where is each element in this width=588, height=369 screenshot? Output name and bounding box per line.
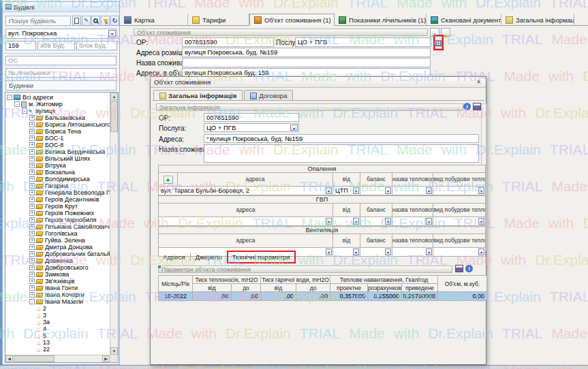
tree-street[interactable]: +Вільський Шлях [5, 155, 110, 162]
tab-consumption[interactable]: Об'єкт споживання (1) [249, 14, 335, 26]
collapse-icon[interactable]: - [29, 299, 35, 304]
tree-root[interactable]: -Всі адреси [5, 94, 110, 101]
tree-street[interactable]: +Гетьмана Самойловича [5, 223, 110, 230]
param-value-cell[interactable]: 0,25700000 [402, 292, 438, 301]
dropdown-icon[interactable]: ▾ [478, 187, 484, 194]
tree-horizontal-scrollbar[interactable]: ◀ ▶ [5, 355, 110, 362]
tree-house[interactable]: ⌂4 [5, 325, 110, 332]
data-cell[interactable]: ▾ [360, 217, 392, 226]
tree-street[interactable]: +Дмитра Донцова [5, 244, 110, 251]
expand-icon[interactable]: + [29, 115, 35, 121]
tree-house[interactable]: ⌂5 [5, 332, 110, 339]
dropdown-icon[interactable]: ▾ [353, 187, 359, 194]
tree-house[interactable]: ⌂13 [5, 339, 110, 346]
expand-icon[interactable]: + [29, 251, 35, 257]
expand-icon[interactable]: + [29, 129, 35, 134]
param-value-cell[interactable]: ,00 [261, 292, 296, 301]
dialog-consumer-textarea[interactable] [204, 144, 479, 163]
dialog-address-input[interactable]: *вулиця Покровська, буд. №159 [204, 134, 479, 143]
dropdown-icon[interactable]: ▾ [385, 187, 391, 194]
tree-street[interactable]: +Героїв Чорнобиля [5, 216, 110, 223]
tree-street[interactable]: +Бориса Тена [5, 128, 110, 135]
expand-icon[interactable]: + [29, 135, 35, 141]
expand-icon[interactable]: + [29, 210, 35, 216]
expand-icon[interactable]: + [29, 272, 35, 277]
expand-icon[interactable]: + [29, 278, 35, 284]
address-cell[interactable]: ▾ [159, 217, 333, 226]
tree-city[interactable]: -м. Житомир [5, 101, 110, 108]
street-search-input[interactable]: вул. Покровська ▾ [5, 29, 117, 39]
tree-street[interactable]: +Гоголівська [5, 230, 110, 237]
dropdown-icon[interactable]: ▾ [353, 218, 359, 225]
tab-meters[interactable]: Показники лічильників (1) [335, 14, 427, 26]
house-letter-input[interactable]: абв Буд. [37, 41, 75, 50]
tab-scans[interactable]: Скановані документи [427, 14, 501, 26]
dialog-tab-contracts[interactable]: Договора [244, 90, 293, 101]
dropdown-icon[interactable]: ▾ [426, 218, 432, 225]
edit-button[interactable]: ✎ [82, 16, 91, 26]
service-dropdown-button[interactable]: ▾ [290, 125, 298, 131]
expand-icon[interactable]: + [29, 163, 35, 168]
param-value-cell[interactable]: 10-2022 [159, 292, 193, 301]
expand-icon[interactable]: + [29, 258, 35, 263]
param-value-cell[interactable]: ,00 [296, 292, 330, 301]
data-cell[interactable]: ▾ [333, 217, 360, 226]
data-cell[interactable]: ▾ [360, 248, 392, 257]
tree-street[interactable]: +Довженка [5, 257, 110, 264]
expand-icon[interactable]: + [29, 190, 35, 195]
tree-street[interactable]: +БОС-8 [5, 142, 110, 148]
expand-icon[interactable]: + [29, 217, 35, 223]
expand-icon[interactable]: + [29, 224, 35, 229]
expand-icon[interactable]: + [29, 142, 35, 148]
clear-filter-button[interactable] [101, 16, 110, 26]
dropdown-icon[interactable]: ▾ [326, 248, 332, 255]
tree-street[interactable]: +Героїв Пожежних [5, 210, 110, 216]
tree-street[interactable]: +Івана Гонти [5, 285, 110, 291]
tree-street[interactable]: +Бориса Лятошинського [5, 121, 110, 128]
street-dropdown-button[interactable]: ▾ [108, 30, 116, 37]
data-cell[interactable]: ЦТП▾ [333, 187, 360, 195]
refresh-button[interactable]: ↻ [110, 16, 119, 26]
tree-street[interactable]: +Бальзаківська [5, 114, 110, 121]
data-cell[interactable]: ▾ [433, 248, 486, 257]
expand-icon[interactable]: + [29, 183, 35, 189]
os-input[interactable]: ОС [5, 56, 117, 65]
dropdown-icon[interactable]: ▾ [326, 218, 332, 225]
expand-icon[interactable]: + [29, 149, 35, 155]
collapse-icon[interactable]: - [14, 101, 20, 107]
tree-street[interactable]: +Героїв Десантників [5, 196, 110, 203]
param-value-cell[interactable]: 0,255000 [368, 292, 402, 301]
expand-icon[interactable]: + [29, 265, 35, 270]
dropdown-icon[interactable]: ▾ [385, 218, 391, 225]
tree-street[interactable]: +Замкова [5, 271, 110, 278]
dropdown-icon[interactable]: ▾ [478, 218, 484, 225]
add-row-button[interactable]: + [164, 176, 173, 184]
tree-house[interactable]: ⌂3а [5, 319, 110, 325]
or-input[interactable]: 007851590 [182, 37, 274, 47]
expand-icon[interactable]: + [29, 204, 35, 209]
tree-street[interactable]: +Вітрука [5, 162, 110, 169]
tree-street[interactable]: +Вокзальна [5, 169, 110, 176]
data-cell[interactable]: ▾ [392, 217, 433, 226]
scroll-up-icon[interactable]: ▲ [110, 93, 118, 100]
params-info-icon[interactable]: i [465, 265, 473, 272]
dropdown-icon[interactable]: ▾ [353, 248, 359, 255]
scroll-thumb[interactable] [14, 355, 55, 362]
tree-street[interactable]: +Героїв Крут [5, 203, 110, 210]
param-value-cell[interactable]: ,00 [232, 292, 261, 301]
param-value-cell[interactable]: 0,00 [438, 292, 487, 301]
dropdown-icon[interactable]: ▾ [426, 187, 432, 194]
house-number-input[interactable]: 159 [5, 41, 36, 50]
dropdown-icon[interactable]: ▾ [478, 248, 484, 255]
tree-street[interactable]: +Гагаріна [5, 182, 110, 189]
service-input[interactable]: ЦО + ПГВ [295, 37, 431, 47]
tab-general-info[interactable]: Загальна інформація [501, 14, 574, 26]
tree-street[interactable]: +Генерала Всеволода Петріва [5, 189, 110, 196]
placement-address-input[interactable]: вулиця Покровська, буд. №159 [182, 48, 431, 57]
dropdown-icon[interactable]: ▾ [426, 248, 432, 255]
address-cell[interactable]: вул. Тараса Бульби-Боровця, 2▾ [159, 187, 333, 195]
data-cell[interactable]: ▾ [433, 217, 486, 226]
search-button[interactable] [91, 16, 100, 26]
data-cell[interactable]: ▾ [392, 248, 433, 257]
new-document-button[interactable] [72, 16, 81, 26]
